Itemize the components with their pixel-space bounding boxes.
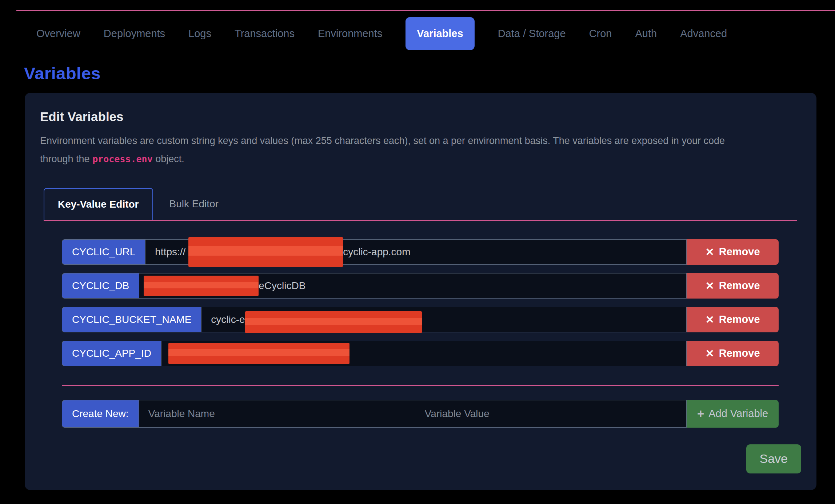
remove-button-label: Remove bbox=[719, 246, 760, 258]
variable-key-label: CYCLIC_APP_ID bbox=[62, 341, 161, 366]
process-env-code: process.env bbox=[92, 154, 153, 164]
page-title: Variables bbox=[24, 63, 835, 83]
add-variable-label: Add Variable bbox=[708, 408, 768, 420]
redaction-box bbox=[245, 311, 422, 333]
table-row: CYCLIC_BUCKET_NAME cyclic-e ✕ Remove bbox=[62, 307, 779, 332]
nav-item-cron[interactable]: Cron bbox=[589, 28, 612, 40]
create-new-label: Create New: bbox=[62, 400, 139, 428]
variable-value-field[interactable]: https:// cyclic-app.com bbox=[145, 239, 687, 265]
value-text-suffix: cyclic-app.com bbox=[343, 246, 410, 258]
add-variable-button[interactable]: + Add Variable bbox=[687, 400, 779, 428]
x-icon: ✕ bbox=[705, 246, 714, 258]
nav-item-deployments[interactable]: Deployments bbox=[104, 28, 165, 40]
nav-item-transactions[interactable]: Transactions bbox=[235, 28, 295, 40]
section-divider bbox=[62, 385, 779, 386]
variable-value-field[interactable]: cyclic-e bbox=[201, 307, 687, 332]
remove-button[interactable]: ✕ Remove bbox=[687, 239, 779, 265]
nav-item-variables[interactable]: Variables bbox=[405, 17, 474, 50]
table-row: CYCLIC_DB eCyclicDB ✕ Remove bbox=[62, 273, 779, 299]
variable-value-input[interactable] bbox=[415, 400, 687, 428]
card-heading: Edit Variables bbox=[40, 109, 801, 124]
redaction-box bbox=[168, 343, 349, 364]
tab-bulk-editor[interactable]: Bulk Editor bbox=[153, 188, 235, 220]
card-description: Environment variables are custom string … bbox=[40, 132, 755, 168]
variable-key-label: CYCLIC_BUCKET_NAME bbox=[62, 307, 201, 332]
variable-key-label: CYCLIC_URL bbox=[62, 239, 145, 265]
value-text-prefix: cyclic-e bbox=[211, 314, 245, 325]
nav-item-logs[interactable]: Logs bbox=[188, 28, 211, 40]
table-row: CYCLIC_URL https:// cyclic-app.com ✕ Rem… bbox=[62, 239, 779, 265]
x-icon: ✕ bbox=[705, 347, 714, 360]
redaction-box bbox=[144, 276, 259, 296]
edit-variables-card: Edit Variables Environment variables are… bbox=[25, 93, 816, 490]
value-text-suffix: eCyclicDB bbox=[259, 280, 305, 292]
nav-item-auth[interactable]: Auth bbox=[635, 28, 657, 40]
table-row: CYCLIC_APP_ID ✕ Remove bbox=[62, 341, 779, 366]
remove-button-label: Remove bbox=[719, 313, 760, 325]
remove-button[interactable]: ✕ Remove bbox=[687, 273, 779, 299]
save-button[interactable]: Save bbox=[746, 444, 802, 473]
variable-value-field[interactable] bbox=[161, 341, 687, 366]
top-accent-line bbox=[16, 10, 835, 11]
app-nav: Overview Deployments Logs Transactions E… bbox=[36, 16, 835, 51]
plus-icon: + bbox=[697, 407, 704, 421]
save-row: Save bbox=[40, 444, 801, 473]
nav-item-data-storage[interactable]: Data / Storage bbox=[498, 28, 566, 40]
create-new-row: Create New: + Add Variable bbox=[62, 400, 779, 428]
remove-button-label: Remove bbox=[719, 280, 760, 292]
x-icon: ✕ bbox=[705, 280, 714, 292]
nav-item-environments[interactable]: Environments bbox=[318, 28, 382, 40]
remove-button[interactable]: ✕ Remove bbox=[687, 341, 779, 366]
tab-key-value-editor[interactable]: Key-Value Editor bbox=[44, 188, 153, 220]
editor-tabs: Key-Value Editor Bulk Editor bbox=[44, 188, 797, 221]
variable-name-input[interactable] bbox=[139, 400, 415, 428]
description-text-after: object. bbox=[153, 153, 184, 164]
value-text-prefix: https:// bbox=[155, 246, 185, 258]
variable-value-field[interactable]: eCyclicDB bbox=[139, 273, 687, 299]
remove-button[interactable]: ✕ Remove bbox=[687, 307, 779, 332]
x-icon: ✕ bbox=[705, 313, 714, 326]
nav-item-overview[interactable]: Overview bbox=[36, 28, 80, 40]
variable-key-label: CYCLIC_DB bbox=[62, 273, 139, 299]
nav-item-advanced[interactable]: Advanced bbox=[680, 28, 727, 40]
variable-rows: CYCLIC_URL https:// cyclic-app.com ✕ Rem… bbox=[62, 239, 779, 366]
redaction-box bbox=[188, 237, 343, 267]
remove-button-label: Remove bbox=[719, 347, 760, 359]
